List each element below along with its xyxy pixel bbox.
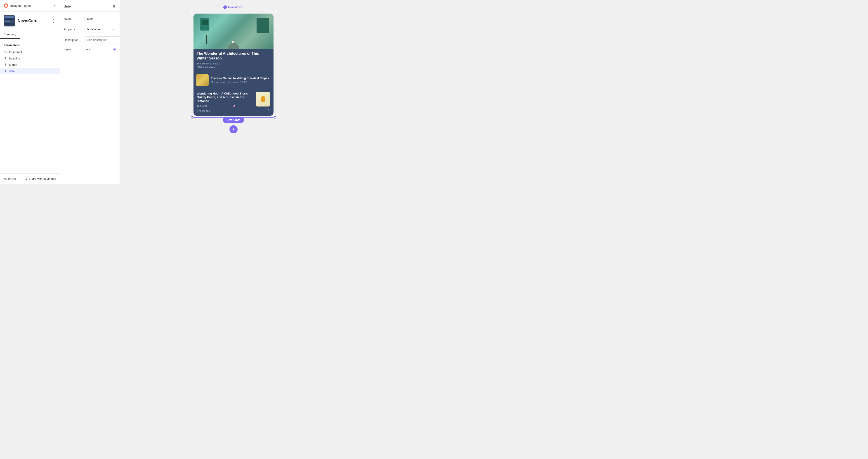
- tab-area: Summary: [0, 30, 60, 39]
- card2-thumbnail: [196, 74, 209, 86]
- property-header: date 🗑: [60, 0, 120, 11]
- card2-date: November 10, 2021: [227, 81, 247, 84]
- tab-row: Summary: [0, 30, 60, 39]
- description-label: Description: [64, 38, 82, 41]
- hero-content: The Wonderful Architectures of This Wint…: [193, 49, 274, 71]
- author-T-icon: T: [4, 63, 6, 66]
- headline-icon: T: [4, 57, 7, 60]
- property-form: Name Property text-content visibility sr…: [60, 11, 120, 55]
- food-image: [196, 74, 209, 86]
- svg-point-3: [24, 178, 25, 179]
- layer-row: Layer date ⊕: [64, 47, 116, 51]
- date-icon: T: [4, 69, 7, 73]
- select-arrow-icon: ▾: [112, 28, 114, 31]
- app-title-row: Relay for Figma: [4, 3, 31, 8]
- property-label: Property: [64, 28, 82, 31]
- card3-title: Wondering Hour: A Childhood Story, Grizz…: [197, 92, 253, 103]
- layer-label: Layer: [64, 48, 82, 51]
- card-hero: The Wonderful Architectures of This Wint…: [193, 13, 274, 71]
- more-dots-icon[interactable]: ⋮: [267, 109, 270, 113]
- param-label-headline: headline: [9, 57, 20, 60]
- share-button[interactable]: Share with developer: [24, 177, 56, 180]
- card1-author: The Seasonal Sagas: [197, 62, 270, 65]
- card3-date: 4 hours ago: [197, 110, 210, 112]
- author-icon: T: [4, 63, 7, 66]
- share-label: Share with developer: [29, 177, 56, 180]
- thumb-bar-3: [4, 21, 10, 22]
- card3-date-row: 4 hours ago ⋮: [197, 109, 270, 113]
- target-icon[interactable]: ⊕: [113, 47, 116, 51]
- property-select[interactable]: text-content visibility src: [85, 26, 105, 33]
- tab-summary[interactable]: Summary: [0, 30, 20, 39]
- params-title: Parameters: [4, 43, 20, 47]
- bee-image: [256, 92, 270, 106]
- svg-line-6: [25, 179, 26, 180]
- card2-content: The New Method to Making Breakfast Crepe…: [211, 76, 271, 84]
- param-item-thumbnail[interactable]: thumbnail: [0, 49, 60, 55]
- hero-image: [193, 13, 274, 49]
- layer-value: date: [85, 48, 110, 51]
- handle-bottom-right[interactable]: [274, 116, 276, 119]
- thumb-bar-4: [4, 23, 14, 25]
- handle-top-right[interactable]: [274, 11, 276, 13]
- card2-title: The New Method to Making Breakfast Crepe…: [211, 76, 271, 80]
- diamond-icon: [223, 5, 227, 9]
- thumb-bar-1: [4, 16, 14, 18]
- left-panel: Relay for Figma × NewsCard ⋮ Summary Par…: [0, 0, 60, 184]
- component-thumbnail: [4, 15, 15, 26]
- relay-logo-inner: [5, 4, 7, 7]
- param-label-thumbnail: thumbnail: [9, 51, 22, 54]
- date-T-icon: T: [4, 69, 6, 72]
- param-item-headline[interactable]: T headline: [0, 55, 60, 61]
- property-title: date: [64, 4, 71, 8]
- property-row: Property text-content visibility src ▾: [64, 26, 116, 33]
- param-label-date: date: [9, 69, 15, 73]
- description-row: Description: [64, 36, 116, 43]
- relay-logo: [4, 3, 8, 8]
- hero-dot: [232, 41, 234, 43]
- card-bottom: Wondering Hour: A Childhood Story, Grizz…: [193, 89, 274, 116]
- component-more-button[interactable]: ⋮: [51, 18, 56, 24]
- name-label: Name: [64, 17, 82, 20]
- canvas-area: NewsCard The Wonderful Architectures of …: [120, 0, 347, 184]
- panel-footer: No errors Share with developer: [0, 174, 60, 184]
- property-select-wrapper: text-content visibility src ▾: [85, 26, 116, 33]
- card-row: The New Method to Making Breakfast Crepe…: [193, 72, 274, 89]
- card1-date: August 25, 2021: [197, 65, 270, 68]
- thumbnail-icon: [4, 50, 7, 54]
- delete-button[interactable]: 🗑: [112, 4, 116, 8]
- handle-bottom-left[interactable]: [191, 116, 193, 119]
- svg-point-4: [26, 179, 27, 180]
- params-header: Parameters +: [0, 41, 60, 49]
- variants-button[interactable]: 3 Variants: [223, 117, 244, 123]
- hero-arch: [228, 43, 239, 49]
- handle-top-left[interactable]: [191, 11, 193, 13]
- bee-body: [261, 96, 266, 102]
- newscard-component: The Wonderful Architectures of This Wint…: [193, 13, 274, 116]
- no-errors-label: No errors: [4, 177, 16, 180]
- param-item-date[interactable]: T date: [0, 68, 60, 74]
- share-icon: [24, 177, 27, 180]
- card3-author: The Bees: [197, 104, 253, 107]
- thumb-bar-2: [4, 18, 14, 20]
- close-button[interactable]: ×: [53, 3, 56, 8]
- svg-point-2: [26, 177, 27, 178]
- newscard-component-label: NewsCard: [223, 5, 243, 9]
- card1-title: The Wonderful Architectures of This Wint…: [197, 51, 270, 61]
- panel-header: Relay for Figma ×: [0, 0, 60, 11]
- card2-author: Morning Break: [211, 81, 225, 84]
- add-parameter-button[interactable]: +: [54, 43, 56, 47]
- component-header: NewsCard ⋮: [0, 11, 60, 30]
- card3-content: Wondering Hour: A Childhood Story, Grizz…: [197, 92, 253, 108]
- param-item-author[interactable]: T author: [0, 61, 60, 68]
- property-editor-panel: date 🗑 Name Property text-content visibi…: [60, 0, 120, 184]
- name-row: Name: [64, 15, 116, 22]
- headline-T-icon: T: [4, 57, 6, 60]
- component-name: NewsCard: [18, 19, 48, 23]
- add-variant-button[interactable]: +: [229, 125, 238, 133]
- app-name: Relay for Figma: [10, 4, 31, 7]
- card3-thumbnail: [256, 92, 270, 106]
- svg-line-5: [25, 178, 26, 178]
- params-section: Parameters + thumbnail T headline T: [0, 39, 60, 174]
- card2-meta: Morning Break November 10, 2021: [211, 81, 271, 84]
